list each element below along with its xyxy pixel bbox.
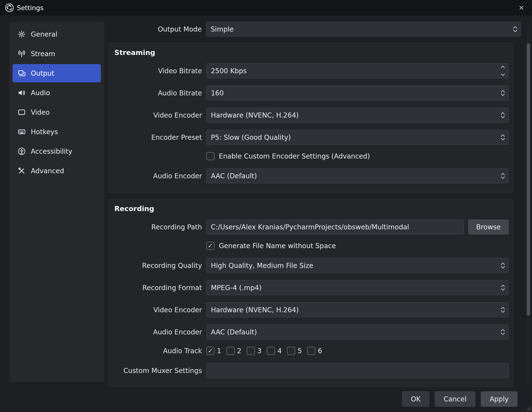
sidebar-item-advanced[interactable]: Advanced [12, 162, 101, 180]
ok-button[interactable]: OK [402, 391, 429, 407]
recording-audio-encoder-select[interactable]: AAC (Default) [206, 324, 509, 340]
recording-quality-value: High Quality, Medium File Size [211, 262, 313, 270]
audio-bitrate-label: Audio Bitrate [109, 89, 202, 97]
sidebar-item-label: Output [31, 69, 54, 77]
encoder-preset-label: Encoder Preset [109, 134, 202, 141]
close-icon[interactable] [516, 2, 527, 13]
apply-button[interactable]: Apply [481, 391, 518, 407]
recording-group: Recording Recording Path C:/Users/Alex K… [108, 199, 514, 387]
chevron-updown-icon [501, 307, 505, 313]
sidebar-item-stream[interactable]: Stream [12, 45, 101, 63]
audio-bitrate-select[interactable]: 160 [206, 86, 509, 100]
speaker-icon [17, 88, 26, 97]
recording-video-encoder-value: Hardware (NVENC, H.264) [211, 306, 299, 314]
broadcast-icon [17, 49, 26, 58]
keyboard-icon [17, 128, 26, 136]
recording-quality-select[interactable]: High Quality, Medium File Size [206, 258, 509, 273]
streaming-group-title: Streaming [114, 49, 509, 57]
streaming-audio-encoder-select[interactable]: AAC (Default) [206, 168, 509, 183]
scrollbar-thumb[interactable] [527, 43, 530, 316]
custom-muxer-input[interactable] [206, 363, 509, 378]
custom-encoder-checkbox[interactable] [206, 152, 215, 160]
audio-track-2-checkbox[interactable] [227, 347, 235, 355]
recording-group-title: Recording [114, 205, 509, 213]
audio-track-1-number: 1 [217, 347, 221, 355]
audio-track-6-number: 6 [318, 347, 322, 355]
chevron-updown-icon [501, 329, 505, 335]
recording-audio-encoder-label: Audio Encoder [109, 328, 202, 336]
output-mode-select[interactable]: Simple [206, 22, 521, 37]
audio-track-label: Audio Track [109, 347, 202, 355]
custom-muxer-label: Custom Muxer Settings [109, 367, 202, 375]
cancel-button[interactable]: Cancel [435, 391, 475, 407]
gear-icon [17, 30, 26, 39]
video-bitrate-spinner[interactable]: 2500 Kbps [206, 63, 509, 78]
no-space-label: Generate File Name without Space [219, 242, 336, 250]
output-mode-value: Simple [211, 25, 234, 33]
audio-track-2: 2 [227, 347, 241, 355]
encoder-preset-value: P5: Slow (Good Quality) [211, 134, 291, 141]
chevron-updown-icon [501, 112, 505, 118]
sidebar-item-audio[interactable]: Audio [12, 84, 101, 102]
sidebar-item-label: General [31, 30, 57, 38]
recording-video-encoder-label: Video Encoder [109, 306, 202, 314]
obs-logo-icon [5, 3, 14, 12]
streaming-video-encoder-value: Hardware (NVENC, H.264) [211, 111, 299, 119]
recording-path-input[interactable]: C:/Users/Alex Kranias/PycharmProjects/ob… [206, 219, 464, 235]
sidebar-item-label: Stream [31, 50, 55, 58]
custom-encoder-label: Enable Custom Encoder Settings (Advanced… [219, 152, 370, 160]
sidebar-item-label: Advanced [31, 167, 64, 175]
streaming-audio-encoder-label: Audio Encoder [109, 172, 202, 180]
audio-bitrate-value: 160 [211, 89, 224, 97]
tools-icon [17, 167, 26, 175]
titlebar: Settings [0, 0, 532, 15]
audio-track-3-checkbox[interactable] [247, 347, 255, 355]
video-bitrate-value: 2500 Kbps [211, 67, 247, 75]
encoder-preset-select[interactable]: P5: Slow (Good Quality) [206, 130, 509, 145]
display-icon [17, 108, 26, 117]
audio-track-2-number: 2 [237, 347, 241, 355]
streaming-video-encoder-select[interactable]: Hardware (NVENC, H.264) [206, 108, 509, 123]
audio-track-1: 1 [206, 347, 221, 355]
recording-path-value: C:/Users/Alex Kranias/PycharmProjects/ob… [211, 223, 409, 231]
recording-format-value: MPEG-4 (.mp4) [211, 284, 262, 292]
audio-track-1-checkbox[interactable] [206, 347, 215, 355]
audio-track-4-checkbox[interactable] [267, 347, 275, 355]
streaming-group: Streaming Video Bitrate 2500 Kbps Audio … [108, 43, 514, 192]
chevron-updown-icon [501, 134, 505, 140]
streaming-audio-encoder-value: AAC (Default) [211, 172, 257, 180]
audio-track-5-checkbox[interactable] [287, 347, 295, 355]
output-icon [17, 69, 26, 78]
chevron-updown-icon [501, 285, 505, 291]
sidebar-item-label: Accessibility [31, 147, 72, 155]
sidebar-item-general[interactable]: General [12, 25, 101, 43]
browse-button[interactable]: Browse [468, 219, 509, 235]
chevron-updown-icon [513, 26, 517, 32]
sidebar-item-video[interactable]: Video [12, 103, 101, 121]
recording-format-label: Recording Format [109, 284, 202, 292]
video-bitrate-label: Video Bitrate [109, 67, 202, 75]
audio-track-4-number: 4 [277, 347, 282, 355]
window-title: Settings [17, 4, 44, 11]
recording-quality-label: Recording Quality [109, 262, 202, 270]
dialog-buttons: OK Cancel Apply [402, 391, 518, 407]
settings-sidebar: General Stream Output Audio Video Hotkey… [9, 22, 104, 382]
spinner-arrows-icon [501, 64, 505, 78]
recording-format-select[interactable]: MPEG-4 (.mp4) [206, 280, 509, 295]
chevron-updown-icon [501, 173, 505, 179]
audio-track-3: 3 [247, 347, 262, 355]
audio-track-6-checkbox[interactable] [307, 347, 315, 355]
audio-track-6: 6 [307, 347, 322, 355]
no-space-checkbox[interactable] [206, 242, 215, 250]
sidebar-item-hotkeys[interactable]: Hotkeys [12, 123, 101, 141]
recording-audio-encoder-value: AAC (Default) [211, 328, 257, 336]
recording-path-label: Recording Path [109, 223, 202, 231]
streaming-video-encoder-label: Video Encoder [109, 111, 202, 119]
resize-grip-icon[interactable] [526, 406, 531, 411]
recording-video-encoder-select[interactable]: Hardware (NVENC, H.264) [206, 302, 509, 317]
audio-track-3-number: 3 [257, 347, 262, 355]
audio-track-4: 4 [267, 347, 282, 355]
output-mode-label: Output Mode [104, 25, 202, 33]
sidebar-item-output[interactable]: Output [12, 64, 101, 82]
sidebar-item-accessibility[interactable]: Accessibility [12, 142, 101, 160]
